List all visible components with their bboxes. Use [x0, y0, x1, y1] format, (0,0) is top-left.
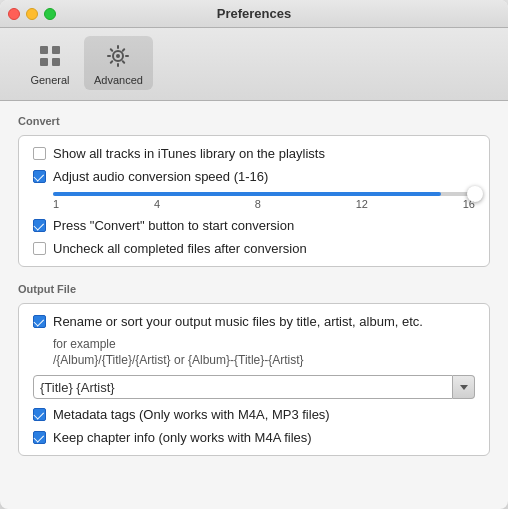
show-tracks-label: Show all tracks in iTunes library on the… [53, 146, 325, 161]
convert-section-header: Convert [18, 115, 490, 127]
svg-rect-13 [122, 48, 126, 52]
slider-thumb[interactable] [467, 186, 483, 202]
rename-checkbox[interactable] [33, 315, 46, 328]
traffic-lights [8, 8, 56, 20]
preferences-window: Preferences General [0, 0, 508, 509]
format-input[interactable] [33, 375, 453, 399]
window-title: Preferences [217, 6, 291, 21]
slider-container [53, 192, 475, 196]
uncheck-completed-row: Uncheck all completed files after conver… [33, 241, 475, 256]
minimize-button[interactable] [26, 8, 38, 20]
slider-labels: 1 4 8 12 16 [53, 198, 475, 210]
toolbar: General Advanced [0, 28, 508, 101]
slider-label-1: 1 [53, 198, 59, 210]
uncheck-completed-checkbox[interactable] [33, 242, 46, 255]
output-section: Output File Rename or sort your output m… [18, 283, 490, 456]
svg-rect-9 [125, 55, 129, 57]
advanced-label: Advanced [94, 74, 143, 86]
output-section-box: Rename or sort your output music files b… [18, 303, 490, 456]
svg-rect-2 [40, 58, 48, 66]
close-button[interactable] [8, 8, 20, 20]
svg-rect-6 [117, 45, 119, 49]
format-input-row [33, 375, 475, 399]
keep-chapter-row: Keep chapter info (only works with M4A f… [33, 430, 475, 445]
uncheck-completed-label: Uncheck all completed files after conver… [53, 241, 307, 256]
adjust-speed-checkbox[interactable] [33, 170, 46, 183]
svg-rect-10 [110, 48, 114, 52]
svg-rect-1 [52, 46, 60, 54]
press-convert-row: Press "Convert" button to start conversi… [33, 218, 475, 233]
output-section-header: Output File [18, 283, 490, 295]
svg-rect-0 [40, 46, 48, 54]
rename-checkbox-area [33, 314, 46, 328]
adjust-speed-row: Adjust audio conversion speed (1-16) [33, 169, 475, 184]
format-dropdown-button[interactable] [453, 375, 475, 399]
general-label: General [30, 74, 69, 86]
slider-label-12: 12 [356, 198, 368, 210]
press-convert-checkbox[interactable] [33, 219, 46, 232]
svg-rect-11 [122, 60, 126, 64]
svg-rect-7 [117, 63, 119, 67]
content-area: Convert Show all tracks in iTunes librar… [0, 101, 508, 509]
press-convert-label: Press "Convert" button to start conversi… [53, 218, 294, 233]
speed-slider-section: 1 4 8 12 16 [53, 192, 475, 210]
maximize-button[interactable] [44, 8, 56, 20]
slider-track [53, 192, 475, 196]
example-label: for example [53, 337, 475, 351]
convert-section: Convert Show all tracks in iTunes librar… [18, 115, 490, 267]
slider-label-8: 8 [255, 198, 261, 210]
metadata-tags-label: Metadata tags (Only works with M4A, MP3 … [53, 407, 330, 422]
convert-section-box: Show all tracks in iTunes library on the… [18, 135, 490, 267]
toolbar-item-general[interactable]: General [20, 36, 80, 90]
svg-rect-3 [52, 58, 60, 66]
keep-chapter-checkbox[interactable] [33, 431, 46, 444]
svg-point-5 [116, 54, 120, 58]
keep-chapter-label: Keep chapter info (only works with M4A f… [53, 430, 312, 445]
svg-rect-8 [107, 55, 111, 57]
show-tracks-checkbox[interactable] [33, 147, 46, 160]
titlebar: Preferences [0, 0, 508, 28]
rename-label: Rename or sort your output music files b… [53, 314, 423, 329]
example-path: /{Album}/{Title}/{Artist} or {Album}-{Ti… [53, 353, 475, 367]
rename-row: Rename or sort your output music files b… [33, 314, 475, 333]
slider-label-4: 4 [154, 198, 160, 210]
slider-fill [53, 192, 441, 196]
metadata-tags-row: Metadata tags (Only works with M4A, MP3 … [33, 407, 475, 422]
adjust-speed-label: Adjust audio conversion speed (1-16) [53, 169, 268, 184]
toolbar-item-advanced[interactable]: Advanced [84, 36, 153, 90]
dropdown-arrow-icon [460, 385, 468, 390]
general-icon [34, 40, 66, 72]
show-tracks-row: Show all tracks in iTunes library on the… [33, 146, 475, 161]
metadata-tags-checkbox[interactable] [33, 408, 46, 421]
advanced-icon [102, 40, 134, 72]
svg-rect-12 [110, 60, 114, 64]
